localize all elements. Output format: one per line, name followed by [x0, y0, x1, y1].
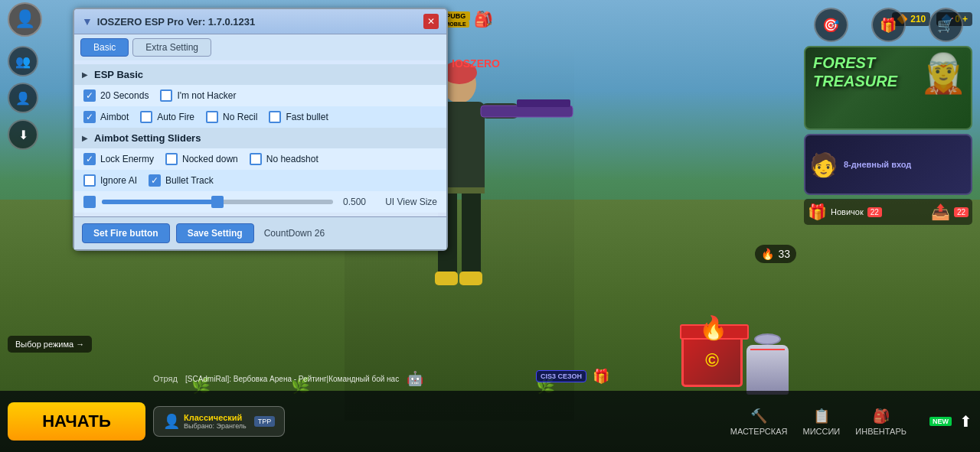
newcomer-row[interactable]: 🎁 Новичок 22 📤 22	[804, 199, 972, 225]
newcomer-count-badge: 22	[867, 207, 882, 217]
slider-value: 0.500	[339, 197, 370, 207]
nav-missions-label: МИССИИ	[803, 427, 841, 436]
esp-close-button[interactable]: ✕	[423, 14, 439, 29]
slider-thumb[interactable]	[211, 196, 224, 208]
checkbox-nocked-down[interactable]: Nocked down	[165, 153, 238, 165]
label-aimbot: Aimbot	[100, 112, 129, 122]
esp-basic-header[interactable]: ▶ ESP Basic	[74, 64, 446, 85]
info-bar: Отряд [SCAdmiRal]: Вербовка Арена - Рейт…	[153, 370, 781, 387]
checkbox-auto-fire-box[interactable]	[140, 111, 152, 123]
option-row-1: ✓ 20 Seconds I'm not Hacker	[74, 85, 446, 106]
svg-rect-7	[481, 106, 573, 117]
shop-icon-btn[interactable]: 🛒	[929, 8, 963, 42]
label-bullet-track: Bullet Track	[165, 175, 214, 186]
svg-rect-4	[462, 187, 481, 279]
mode-name: Классический	[184, 413, 247, 422]
tab-extra-setting[interactable]: Extra Setting	[132, 38, 211, 57]
tab-basic[interactable]: Basic	[80, 38, 129, 57]
shop-banner[interactable]: FOREST TREASURE 🧝	[804, 46, 972, 130]
slider-row: 0.500 UI View Size	[74, 191, 446, 213]
esp-bottom-buttons: Set Fire button Save Setting CountDown 2…	[74, 216, 446, 249]
mode-select-text: Выбор режима →	[15, 340, 84, 349]
checkbox-not-hacker-box[interactable]	[160, 89, 172, 102]
shop-character-icon: 🧝	[920, 51, 967, 96]
aimbot-sliders-header[interactable]: ▶ Aimbot Setting Sliders	[74, 128, 446, 148]
shop-banner-title: FOREST TREASURE	[813, 54, 897, 90]
checkbox-bullet-track-box[interactable]: ✓	[149, 174, 161, 187]
label-20-seconds: 20 Seconds	[100, 90, 149, 101]
mode-selector[interactable]: 👤 Классический Выбрано: Эрангель TPP	[153, 406, 285, 437]
nav-missions[interactable]: 📋 МИССИИ	[803, 408, 841, 436]
mode-type-badge: TPP	[254, 416, 276, 427]
top-left-hud: 👤	[8, 2, 42, 37]
download-icon-btn[interactable]: ⬇	[8, 119, 38, 150]
label-no-headshot: No headshot	[266, 154, 318, 164]
checkbox-20-seconds-box[interactable]: ✓	[83, 89, 96, 102]
aimbot-sliders-triangle: ▶	[82, 134, 88, 142]
slider-color-indicator	[83, 196, 96, 208]
cis-season-row: CIS3 СЕЗОН 🎁	[536, 368, 609, 385]
label-not-hacker: I'm not Hacker	[177, 90, 236, 101]
gift-bottom-icon[interactable]: 🎁	[593, 368, 609, 385]
checkbox-lock-enemy-box[interactable]: ✓	[83, 153, 96, 165]
checkbox-ignore-ai-box[interactable]	[83, 174, 96, 187]
player-icon-btn[interactable]: 👤	[8, 83, 38, 113]
checkbox-aimbot[interactable]: ✓ Aimbot	[83, 111, 129, 123]
mode-select-bar[interactable]: Выбор режима →	[8, 336, 92, 353]
checkbox-auto-fire[interactable]: Auto Fire	[140, 111, 194, 123]
checkbox-aimbot-box[interactable]: ✓	[83, 111, 96, 123]
esp-title-left: ▼ IOSZERO ESP Pro Ver: 1.7.0.1231	[82, 15, 255, 28]
esp-title-text: IOSZERO ESP Pro Ver: 1.7.0.1231	[97, 16, 255, 28]
shop-treasure-text: TREASURE	[813, 72, 897, 90]
share-icon: 📤	[931, 203, 950, 221]
player-avatar[interactable]: 👤	[8, 2, 42, 37]
inventory-icon: 🎒	[873, 408, 890, 424]
robot-icon: 🤖	[407, 370, 423, 387]
save-setting-button[interactable]: Save Setting	[176, 223, 254, 243]
daily-login-banner[interactable]: 🧑 8-дневный вход	[804, 134, 972, 195]
checkbox-fast-bullet[interactable]: Fast bullet	[269, 111, 328, 123]
checkbox-nocked-down-box[interactable]	[165, 153, 178, 165]
checkbox-no-recil[interactable]: No Recil	[206, 111, 257, 123]
volume-indicator[interactable]: 🔥 33	[755, 245, 796, 263]
gift-icon-btn[interactable]: 🎁	[871, 8, 906, 42]
missions-icon: 📋	[813, 408, 830, 424]
svg-rect-9	[435, 272, 458, 285]
left-hud: 👥 👤 ⬇	[8, 46, 38, 150]
checkbox-lock-enemy[interactable]: ✓ Lock Enermy	[83, 153, 154, 165]
label-fast-bullet: Fast bullet	[286, 112, 328, 122]
esp-dropdown-arrow[interactable]: ▼	[82, 15, 93, 28]
checkbox-no-headshot-box[interactable]	[250, 153, 262, 165]
squad-icon-btn[interactable]: 👥	[8, 46, 38, 76]
chat-text: [SCAdmiRal]: Вербовка Арена - Рейтинг|Ко…	[185, 375, 399, 383]
checkbox-bullet-track[interactable]: ✓ Bullet Track	[149, 174, 214, 187]
daily-login-icon: 🧑	[809, 151, 838, 178]
checkbox-ignore-ai[interactable]: Ignore AI	[83, 174, 137, 187]
esp-basic-triangle: ▶	[82, 70, 88, 79]
volume-value: 33	[778, 248, 790, 260]
bag-icon[interactable]: 🎒	[474, 10, 493, 28]
squad-label: Отряд	[153, 374, 178, 383]
checkbox-not-hacker[interactable]: I'm not Hacker	[160, 89, 236, 102]
checkbox-no-recil-box[interactable]	[206, 111, 218, 123]
label-ignore-ai: Ignore AI	[100, 175, 137, 186]
nav-workshop-label: МАСТЕРСКАЯ	[730, 427, 788, 436]
checkbox-fast-bullet-box[interactable]	[269, 111, 281, 123]
set-fire-button[interactable]: Set Fire button	[82, 223, 170, 243]
label-lock-enemy: Lock Enermy	[100, 154, 154, 164]
aim-icon-btn[interactable]: 🎯	[814, 8, 848, 42]
checkbox-20-seconds[interactable]: ✓ 20 Seconds	[83, 89, 149, 102]
nav-workshop[interactable]: 🔨 МАСТЕРСКАЯ	[730, 408, 788, 436]
start-button[interactable]: НАЧАТЬ	[8, 402, 145, 441]
checkbox-no-headshot[interactable]: No headshot	[250, 153, 318, 165]
nav-inventory[interactable]: 🎒 ИНВЕНТАРЬ	[855, 408, 906, 436]
cis-badge[interactable]: CIS3 СЕЗОН	[536, 370, 586, 382]
top-center-hud: PUBG MOBILE 🎒	[441, 10, 493, 28]
esp-content: ▶ ESP Basic ✓ 20 Seconds I'm not Hacker …	[74, 60, 446, 216]
esp-panel: ▼ IOSZERO ESP Pro Ver: 1.7.0.1231 ✕ Basi…	[73, 8, 448, 251]
slider-track[interactable]	[102, 200, 333, 204]
crate-symbol: ©	[705, 350, 719, 371]
new-badge: NEW	[929, 417, 952, 426]
expand-icon[interactable]: ⬆	[959, 412, 972, 431]
newcomer-label: Новичок	[831, 207, 864, 216]
